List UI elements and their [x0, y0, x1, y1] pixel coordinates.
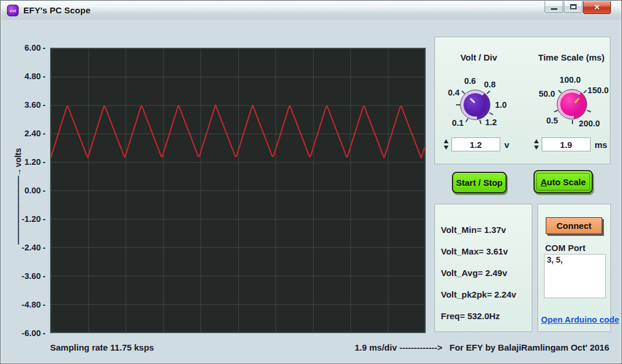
minimize-button[interactable] [545, 1, 563, 13]
time-scale-0.5: 0.5 [539, 116, 565, 125]
knob-tick [554, 109, 558, 112]
time-scale-50: 50.0 [534, 89, 560, 98]
spin-down-icon[interactable] [444, 146, 448, 150]
time-scale-value-field[interactable]: 1.9 [542, 137, 591, 151]
y-tick-label: -2.40 [9, 243, 45, 252]
controls-panel: Volt / Div Time Scale (ms) 0.1 0.4 0.6 0… [434, 37, 610, 164]
cvi-logo-icon: cvi [7, 5, 19, 16]
y-tick-label: -4.80 [9, 300, 45, 309]
y-tick-label: 6.00 [9, 43, 45, 52]
volt-div-value-field[interactable]: 1.2 [451, 137, 500, 151]
maximize-icon [570, 4, 577, 9]
volt-div-spinner: 1.2 v [442, 137, 509, 151]
main-content: volts 6.00 4.80 3.60 2.40 1.20 0.00 -1.2… [3, 20, 619, 361]
volt-avg-readout: Volt_Avg= 2.49v [441, 267, 516, 279]
volt-scale-0.8: 0.8 [477, 80, 503, 89]
knob-tick [486, 90, 490, 94]
title-bar[interactable]: cvi EFY's PC Scope ✕ [1, 1, 621, 20]
volt-div-spin-buttons[interactable] [442, 137, 450, 151]
measurements-list: Volt_Min= 1.37v Volt_Max= 3.61v Volt_Avg… [441, 224, 516, 322]
volt-min-readout: Volt_Min= 1.37v [441, 224, 516, 236]
start-stop-button[interactable]: Start / Stop [452, 172, 507, 193]
y-tick-label: 1.20 [9, 157, 45, 167]
credit-text: For EFY by BalajiRamlingam Oct' 2016 [450, 342, 609, 352]
knob-tick [489, 112, 493, 115]
time-scale-unit: ms [595, 140, 607, 150]
volt-div-label: Volt / Div [455, 52, 502, 62]
y-tick-label: -1.20 [9, 214, 45, 224]
minimize-icon [551, 8, 557, 10]
volt-scale-1.0: 1.0 [488, 100, 514, 109]
close-icon: ✕ [594, 3, 600, 12]
knob-tick [587, 109, 591, 112]
time-scale-label: Time Scale (ms) [531, 52, 612, 62]
spin-up-icon[interactable] [534, 139, 539, 143]
scope-plot [50, 48, 426, 333]
knob-tick [456, 104, 460, 105]
volt-scale-0.1: 0.1 [445, 118, 471, 128]
time-scale-knob[interactable] [557, 89, 587, 119]
time-scale-100: 100.0 [557, 75, 583, 84]
measurements-panel: Volt_Min= 1.37v Volt_Max= 3.61v Volt_Avg… [434, 204, 532, 332]
time-scale-150: 150.0 [585, 86, 611, 95]
com-port-listbox[interactable]: 3, 5, [544, 254, 606, 298]
window-title: EFY's PC Scope [23, 5, 90, 15]
knob-tick [572, 120, 573, 124]
maximize-button[interactable] [564, 1, 582, 13]
spin-down-icon[interactable] [534, 146, 539, 150]
com-port-label: COM Port [545, 243, 585, 253]
y-tick-label: -6.00 [9, 328, 45, 338]
time-scale-spinner: 1.9 ms [532, 137, 607, 151]
connection-panel: Connect COM Port 3, 5, Open Arduino code [538, 204, 611, 332]
volt-pk2pk-readout: Volt_pk2pk= 2.24v [441, 289, 516, 301]
spin-up-icon[interactable] [444, 139, 448, 143]
open-arduino-code-link[interactable]: Open Arduino code [541, 315, 619, 324]
y-tick-label: 2.40 [9, 129, 45, 138]
y-tick-label: -3.60 [9, 271, 45, 281]
volt-div-knob-pointer [470, 98, 476, 104]
time-scale-knob-pointer [574, 98, 579, 104]
auto-scale-button[interactable]: Auto Scale [533, 170, 593, 193]
time-scale-spin-buttons[interactable] [532, 137, 540, 151]
connect-button[interactable]: Connect [546, 217, 602, 234]
y-tick-label: 3.60 [9, 100, 45, 109]
time-per-div-text: 1.9 ms/div -------------> [355, 342, 442, 352]
freq-readout: Freq= 532.0Hz [441, 310, 516, 322]
window-controls: ✕ [544, 1, 611, 14]
volt-max-readout: Volt_Max= 3.61v [441, 246, 516, 257]
y-tick-label: 0.00 [9, 186, 45, 195]
time-scale-200: 200.0 [577, 119, 602, 128]
app-window: cvi EFY's PC Scope ✕ volts 6.00 4.80 3.6… [0, 0, 622, 364]
sampling-rate-text: Sampling rate 11.75 ksps [50, 342, 154, 352]
volt-scale-1.2: 1.2 [478, 118, 504, 127]
volt-scale-0.4: 0.4 [441, 88, 466, 97]
volt-div-unit: v [504, 140, 509, 150]
close-button[interactable]: ✕ [583, 1, 611, 14]
y-tick-label: 4.80 [9, 72, 45, 81]
